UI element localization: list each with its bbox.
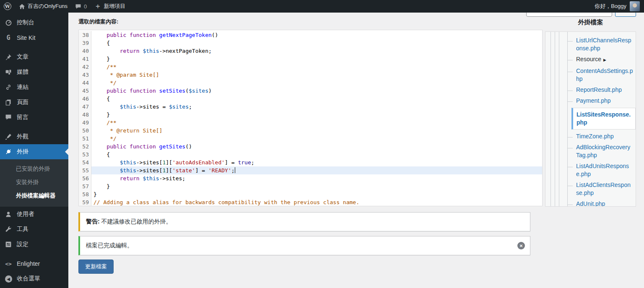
sidebar-item-6[interactable]: 留言	[0, 110, 68, 125]
sidebar-item-11[interactable]: 設定	[0, 237, 68, 252]
wordpress-logo-icon[interactable]: W	[0, 0, 15, 13]
code-line[interactable]: 52 public function getSites()	[79, 143, 542, 150]
code-line[interactable]: 42 /**	[79, 63, 542, 71]
tree-file-link[interactable]: ListUrlChannelsResponse.php	[576, 37, 631, 52]
sidebar-item-10[interactable]: 工具	[0, 222, 68, 237]
tree-folder[interactable]: Resource▶	[545, 55, 636, 64]
tree-file[interactable]: ListAdUnitsResponse.php	[545, 162, 636, 178]
code-line[interactable]: 53 {	[79, 150, 542, 158]
code-text: }	[91, 55, 542, 63]
code-line[interactable]: 51 */	[79, 135, 542, 143]
submenu-item-0[interactable]: 已安裝的外掛	[0, 162, 68, 176]
line-number: 38	[79, 31, 91, 39]
user-greeting[interactable]: 你好，Boggy	[595, 3, 626, 10]
code-line[interactable]: 49 /**	[79, 119, 542, 127]
code-text: * @param Site[]	[91, 71, 542, 79]
site-name: 百吉のOnlyFuns	[28, 3, 68, 10]
comments-icon	[4, 114, 13, 121]
code-text: /**	[91, 119, 542, 127]
settings-sliders-icon	[4, 241, 13, 248]
users-icon	[4, 211, 13, 218]
code-text: /**	[91, 63, 542, 71]
code-line[interactable]: 43 * @param Site[]	[79, 71, 542, 79]
code-line[interactable]: 47 $this->sites = $sites;	[79, 103, 542, 111]
sidebar-item-label: 使用者	[17, 210, 34, 218]
site-menu[interactable]: 百吉のOnlyFuns	[15, 0, 71, 13]
code-text: // Adding a class alias for backwards co…	[91, 198, 542, 206]
sidebar-item-2[interactable]: 文章	[0, 49, 68, 65]
code-text: }	[91, 190, 542, 198]
code-line[interactable]: 48 }	[79, 111, 542, 119]
line-number: 49	[79, 119, 91, 127]
submenu-item-1[interactable]: 安裝外掛	[0, 176, 68, 189]
tree-file[interactable]: ReportResult.php	[545, 86, 636, 94]
code-line[interactable]: 44 */	[79, 79, 542, 87]
tree-file-link[interactable]: AdUnit.php	[576, 200, 605, 207]
tree-file-link[interactable]: ListAdUnitsResponse.php	[576, 163, 629, 177]
code-text: * @return Site[]	[91, 127, 542, 135]
code-editor[interactable]: 38 public function getNextPageToken()39 …	[78, 30, 543, 206]
comments-shortcut[interactable]: 0	[71, 0, 91, 13]
sidebar-item-label: 設定	[17, 241, 29, 248]
code-line[interactable]: 54 $this->sites[1]['autoAdsEnabled'] = t…	[79, 158, 542, 166]
code-line[interactable]: 50 * @return Site[]	[79, 127, 542, 135]
active-menu-arrow	[65, 148, 68, 155]
tree-file-link[interactable]: TimeZone.php	[576, 133, 614, 140]
tree-file[interactable]: ContentAdsSettings.php	[545, 67, 636, 83]
line-number: 46	[79, 95, 91, 103]
code-line[interactable]: 46 {	[79, 95, 542, 103]
update-file-button[interactable]: 更新檔案	[78, 259, 114, 274]
sidebar-item-plugins[interactable]: 外掛	[0, 144, 68, 159]
tree-file[interactable]: TimeZone.php	[545, 132, 636, 140]
new-item-menu[interactable]: ＋ 新增項目	[91, 0, 129, 13]
code-line[interactable]: 59// Adding a class alias for backwards …	[79, 198, 542, 206]
sidebar-item-label: 收合選單	[17, 275, 40, 283]
tree-file-link[interactable]: ListSitesResponse.php	[576, 111, 631, 126]
admin-bar: W 百吉のOnlyFuns 0 ＋ 新增項目 你好，Boggy	[0, 0, 644, 13]
line-number: 58	[79, 190, 91, 198]
line-number: 45	[79, 87, 91, 95]
code-line[interactable]: 56 return $this->sites;	[79, 174, 542, 182]
tree-file-selected[interactable]: ListSitesResponse.php	[571, 108, 636, 130]
sidebar-item-9[interactable]: 使用者	[0, 207, 68, 222]
sidebar-item-label: 留言	[17, 114, 29, 121]
code-line[interactable]: 38 public function getNextPageToken()	[79, 31, 542, 39]
sidebar-item-5[interactable]: 頁面	[0, 95, 68, 110]
tree-file[interactable]: ListUrlChannelsResponse.php	[545, 36, 636, 52]
tree-file-link[interactable]: Payment.php	[576, 97, 611, 104]
tree-file[interactable]: Payment.php	[545, 97, 636, 105]
sidebar-item-13[interactable]: ◀收合選單	[0, 271, 68, 286]
code-line[interactable]: 39 {	[79, 39, 542, 47]
tree-file-link[interactable]: ContentAdsSettings.php	[576, 67, 633, 82]
sidebar-item-7[interactable]: 外觀	[0, 129, 68, 144]
active-code-line[interactable]: 55 $this->sites[1]['state'] = 'READY';	[79, 166, 542, 174]
tree-file[interactable]: AdBlockingRecoveryTag.php	[545, 143, 636, 159]
tree-file[interactable]: AdUnit.php	[545, 200, 636, 207]
code-text: $this->sites[1]['state'] = 'READY';	[91, 166, 542, 174]
tree-file-link[interactable]: ReportResult.php	[576, 86, 622, 93]
line-number: 40	[79, 47, 91, 55]
user-avatar[interactable]	[630, 1, 640, 11]
code-line[interactable]: 41 }	[79, 55, 542, 63]
admin-menu: 控制台GSite Kit文章媒體連結頁面留言外觀外掛已安裝的外掛安裝外掛外掛檔案…	[0, 13, 68, 288]
sidebar-item-0[interactable]: 控制台	[0, 15, 68, 30]
code-line[interactable]: 57 }	[79, 182, 542, 190]
dismiss-notice-icon[interactable]: ✕	[517, 242, 525, 249]
code-brackets-icon: <>	[4, 261, 13, 267]
submenu-item-2[interactable]: 外掛檔案編輯器	[0, 189, 68, 202]
sidebar-item-12[interactable]: <>Enlighter	[0, 256, 68, 271]
line-number: 42	[79, 63, 91, 71]
sidebar-item-4[interactable]: 連結	[0, 80, 68, 95]
tree-file-link[interactable]: ListAdClientsResponse.php	[576, 182, 631, 196]
tree-file[interactable]: ListAdClientsResponse.php	[545, 181, 636, 197]
sidebar-item-1[interactable]: GSite Kit	[0, 30, 68, 45]
warning-notice: 警告: 不建議修改已啟用的外掛。	[78, 212, 530, 231]
code-text: return $this->nextPageToken;	[91, 47, 542, 55]
code-line[interactable]: 58}	[79, 190, 542, 198]
sidebar-item-3[interactable]: 媒體	[0, 65, 68, 80]
code-line[interactable]: 40 return $this->nextPageToken;	[79, 47, 542, 55]
warning-label: 警告:	[86, 218, 100, 225]
line-number: 57	[79, 182, 91, 190]
code-line[interactable]: 45 public function setSites($sites)	[79, 87, 542, 95]
tree-file-link[interactable]: AdBlockingRecoveryTag.php	[576, 144, 630, 158]
